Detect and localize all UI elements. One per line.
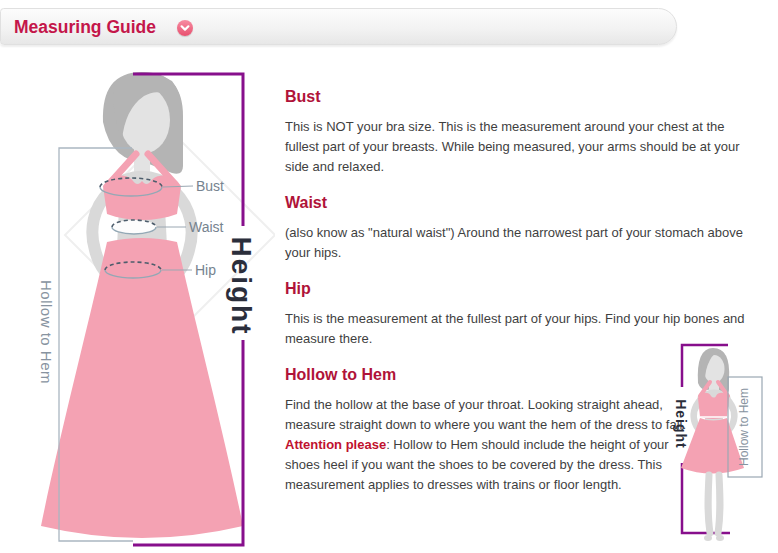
chevron-down-glyph (177, 20, 193, 36)
main-measuring-diagram: Bust Waist Hip Height Hollow to Hem (25, 60, 275, 553)
small-height-label: Height (673, 399, 689, 449)
waist-heading: Waist (285, 193, 755, 213)
page-title: Measuring Guide (14, 9, 156, 45)
header-bar: Measuring Guide (0, 8, 677, 45)
waist-label: Waist (189, 219, 224, 235)
waist-section: Waist (also know as "natural waist") Aro… (285, 193, 755, 263)
attention-please-label: Attention please (285, 437, 386, 452)
small-hollow-to-hem-label: Hollow to Hem (737, 388, 751, 466)
bust-section: Bust This is NOT your bra size. This is … (285, 87, 755, 177)
bust-label: Bust (196, 178, 224, 194)
chevron-down-icon[interactable] (177, 20, 193, 36)
hollow-text-before: Find the hollow at the base of your thro… (285, 397, 686, 432)
waist-description: (also know as "natural waist") Around th… (285, 223, 755, 263)
small-measuring-diagram: Height Hollow to Hem (655, 335, 778, 553)
measuring-guide-page: Measuring Guide (0, 0, 778, 553)
hollow-to-hem-label: Hollow to Hem (38, 280, 55, 384)
hip-label: Hip (195, 262, 216, 278)
height-label: Height (226, 236, 257, 335)
bust-description: This is NOT your bra size. This is the m… (285, 117, 755, 177)
woman-figure-illustration (41, 72, 243, 538)
bust-heading: Bust (285, 87, 755, 107)
hip-heading: Hip (285, 279, 755, 299)
